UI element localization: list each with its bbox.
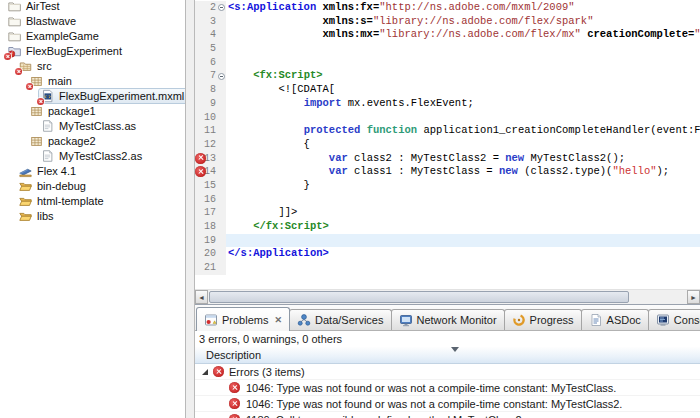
tab-network-monitor[interactable]: Network Monitor: [391, 309, 505, 330]
tree-item-html-template[interactable]: html-template: [0, 193, 185, 208]
tree-item-mytestclass-as[interactable]: MyTestClass.as: [0, 118, 185, 133]
code-text[interactable]: [226, 56, 700, 70]
error-marker-icon[interactable]: [195, 153, 206, 164]
code-text[interactable]: }: [226, 179, 700, 193]
tab-progress[interactable]: Progress: [504, 309, 582, 330]
tree-item-package1[interactable]: package1: [0, 103, 185, 118]
code-text[interactable]: [226, 42, 700, 56]
panel-resize-sash[interactable]: [185, 0, 195, 418]
error-marker-icon[interactable]: [195, 166, 206, 177]
tree-item-box[interactable]: ExampleGame: [5, 28, 104, 44]
code-text[interactable]: xmlns:mx="library://ns.adobe.com/flex/mx…: [226, 28, 700, 42]
tree-item-flexbugexperiment-mxml[interactable]: FlexBugExperiment.mxml: [0, 88, 185, 103]
tree-item-package2[interactable]: package2: [0, 133, 185, 148]
tab-problems[interactable]: Problems✕: [196, 307, 290, 331]
package-icon: [29, 104, 44, 118]
line-number: 20: [195, 247, 217, 261]
tree-item-flexbugexperiment[interactable]: fFlexBugExperiment: [0, 43, 185, 58]
tree-item-label: Blastwave: [26, 15, 76, 27]
code-text[interactable]: import mx.events.FlexEvent;: [226, 97, 700, 111]
scroll-left-arrow-icon[interactable]: ◄: [195, 290, 208, 304]
as-file-icon: [40, 119, 55, 133]
tree-item-examplegame[interactable]: ExampleGame: [0, 28, 185, 43]
code-line-3: 3 xmlns:s="library://ns.adobe.com/flex/s…: [195, 15, 700, 29]
errors-group-row[interactable]: Errors (3 items): [195, 364, 700, 379]
tree-item-box[interactable]: html-template: [16, 193, 109, 209]
tree-item-bin-debug[interactable]: bin-debug: [0, 178, 185, 193]
scroll-right-arrow-icon[interactable]: ►: [687, 290, 700, 304]
code-text[interactable]: protected function application1_creation…: [226, 124, 700, 138]
code-text[interactable]: [226, 193, 700, 207]
tree-item-main[interactable]: main: [0, 73, 185, 88]
tree-item-flex-4-1[interactable]: Flex 4.1: [0, 163, 185, 178]
code-text[interactable]: </s:Application>: [226, 247, 700, 261]
code-text[interactable]: </fx:Script>: [226, 220, 700, 234]
tree-item-src[interactable]: src: [0, 58, 185, 73]
code-editor[interactable]: 2<s:Application xmlns:fx="http://ns.adob…: [195, 0, 700, 304]
code-text[interactable]: var class2 : MyTestClass2 = new MyTestCl…: [226, 152, 700, 166]
code-text[interactable]: <fx:Script>: [226, 69, 700, 83]
data-services-icon: [297, 313, 311, 327]
tree-item-box[interactable]: main: [27, 73, 77, 89]
tree-item-box[interactable]: package1: [27, 103, 101, 119]
problem-row-2[interactable]: 1046: Type was not found or was not a co…: [195, 395, 700, 411]
problem-row-1[interactable]: 1046: Type was not found or was not a co…: [195, 379, 700, 395]
code-text[interactable]: var class1 : MyTestClass = new (class2.t…: [226, 165, 700, 179]
code-text[interactable]: <s:Application xmlns:fx="http://ns.adobe…: [226, 1, 700, 15]
fold-toggle[interactable]: [217, 1, 226, 15]
code-text[interactable]: [226, 111, 700, 125]
tree-item-box[interactable]: Flex 4.1: [16, 163, 81, 179]
fold-column: [217, 124, 226, 138]
tab-data-services[interactable]: Data/Services: [289, 309, 391, 330]
line-number: 11: [195, 124, 217, 138]
tree-item-box[interactable]: MyTestClass.as: [38, 118, 141, 134]
description-column-header[interactable]: Description: [195, 347, 700, 364]
folder-closed-icon: [7, 14, 22, 28]
code-text[interactable]: [226, 234, 700, 248]
code-text[interactable]: ]]>: [226, 206, 700, 220]
tree-item-box[interactable]: src: [16, 58, 57, 74]
editor-horizontal-scrollbar[interactable]: ◄ ►: [195, 289, 700, 304]
tab-asdoc[interactable]: ASDoc: [581, 309, 649, 330]
close-tab-icon[interactable]: ✕: [274, 315, 282, 325]
selected-tree-item-box[interactable]: FlexBugExperiment.mxml: [38, 88, 185, 104]
tree-item-blastwave[interactable]: Blastwave: [0, 13, 185, 28]
code-line-20: 20</s:Application>: [195, 247, 700, 261]
fold-column: [217, 193, 226, 207]
tree-item-libs[interactable]: libs: [0, 208, 185, 223]
code-line-12: 12 {: [195, 138, 700, 152]
scrollbar-thumb[interactable]: [209, 291, 629, 303]
line-number: 4: [195, 28, 217, 42]
problem-message: 1046: Type was not found or was not a co…: [246, 398, 622, 410]
fold-column: [217, 234, 226, 248]
error-overlay-icon: [26, 83, 33, 90]
tree-item-box[interactable]: MyTestClass2.as: [38, 148, 147, 164]
tree-item-box[interactable]: libs: [16, 208, 59, 224]
expand-collapse-icon[interactable]: [202, 369, 208, 375]
code-line-13: 13 var class2 : MyTestClass2 = new MyTes…: [195, 152, 700, 166]
tree-item-label: package1: [48, 105, 96, 117]
line-number: 2: [195, 1, 217, 15]
collapse-icon[interactable]: [218, 73, 225, 80]
code-text[interactable]: {: [226, 138, 700, 152]
collapse-icon[interactable]: [218, 4, 225, 11]
tree-item-airtest[interactable]: AirTest: [0, 0, 185, 13]
tree-item-mytestclass2-as[interactable]: MyTestClass2.as: [0, 148, 185, 163]
line-number: 15: [195, 179, 217, 193]
code-line-4: 4 xmlns:mx="library://ns.adobe.com/flex/…: [195, 28, 700, 42]
problem-row-3[interactable]: 1180: Call to a possibly undefined metho…: [195, 411, 700, 418]
package-icon: [29, 74, 44, 88]
tree-item-box[interactable]: fFlexBugExperiment: [5, 43, 127, 59]
code-text[interactable]: xmlns:s="library://ns.adobe.com/flex/spa…: [226, 15, 700, 29]
fold-column: [217, 179, 226, 193]
fold-toggle[interactable]: [217, 69, 226, 83]
tree-item-box[interactable]: bin-debug: [16, 178, 91, 194]
tree-item-box[interactable]: package2: [27, 133, 101, 149]
folder-closed-icon: [7, 0, 22, 13]
code-text[interactable]: [226, 261, 700, 275]
tree-item-box[interactable]: AirTest: [5, 0, 65, 14]
tab-console[interactable]: Console: [648, 309, 700, 330]
code-text[interactable]: <![CDATA[: [226, 83, 700, 97]
line-number: 18: [195, 220, 217, 234]
tree-item-box[interactable]: Blastwave: [5, 13, 81, 29]
